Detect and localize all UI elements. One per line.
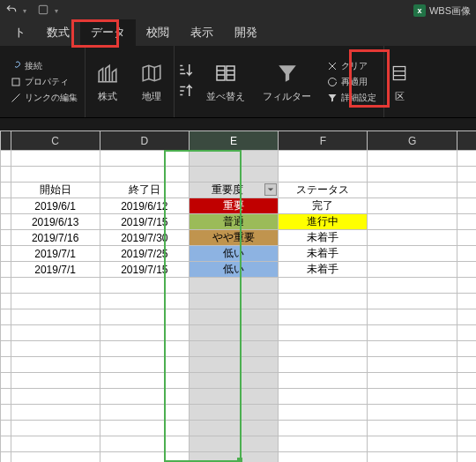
edit-links-button[interactable]: リンクの編集 <box>11 92 78 104</box>
svg-rect-1 <box>12 78 19 86</box>
col-header-f[interactable]: F <box>279 131 368 151</box>
save-icon[interactable] <box>37 4 49 18</box>
properties-button[interactable]: プロパティ <box>11 76 78 88</box>
cell-end[interactable]: 2019/6/12 <box>100 198 189 214</box>
reapply-label: 再適用 <box>341 76 368 88</box>
sort-icon <box>212 60 239 86</box>
table-row[interactable]: 2019/7/12019/7/15低い未着手 <box>1 262 477 278</box>
col-header-d[interactable]: D <box>100 131 189 151</box>
cell-priority[interactable]: 低い <box>189 246 278 262</box>
hdr-status: ステータス <box>279 183 368 198</box>
properties-icon <box>11 77 21 87</box>
connections-button[interactable]: 接続 <box>11 60 78 72</box>
filter-dropdown-button[interactable] <box>264 183 277 196</box>
cell-start[interactable]: 2019/7/1 <box>11 262 100 278</box>
cell-start[interactable]: 2019/6/13 <box>11 214 100 230</box>
title-bar: ▾ ▾ x WBS画像 <box>0 0 476 21</box>
link-icon <box>11 61 21 71</box>
cell-priority[interactable]: 重要 <box>189 198 278 214</box>
cell-status[interactable]: 未着手 <box>279 262 368 278</box>
connections-label: 接続 <box>25 60 42 72</box>
svg-rect-0 <box>39 5 47 13</box>
cell-end[interactable]: 2019/7/15 <box>100 262 189 278</box>
properties-label: プロパティ <box>25 76 69 88</box>
document-name: WBS画像 <box>429 4 471 18</box>
table-row[interactable]: 2019/6/132019/7/15普通進行中 <box>1 214 477 230</box>
cell-end[interactable]: 2019/7/15 <box>100 214 189 230</box>
cell-end[interactable]: 2019/7/25 <box>100 246 189 262</box>
edit-links-icon <box>11 93 21 103</box>
tab-view[interactable]: 表示 <box>180 19 224 46</box>
advanced-icon <box>327 93 338 103</box>
document-title: x WBS画像 <box>413 4 471 18</box>
partial-icon <box>386 60 413 86</box>
undo-icon[interactable] <box>5 4 18 18</box>
filter-label: フィルター <box>263 90 311 103</box>
svg-rect-2 <box>217 66 225 80</box>
geography-button[interactable]: 地理 <box>130 46 174 117</box>
reapply-button[interactable]: 再適用 <box>327 76 376 88</box>
svg-rect-4 <box>393 67 405 80</box>
corner-cell[interactable] <box>1 131 11 151</box>
hdr-start: 開始日 <box>11 183 100 198</box>
reapply-icon <box>327 77 338 87</box>
cell-status[interactable]: 未着手 <box>279 246 368 262</box>
sort-desc-icon[interactable] <box>178 83 194 102</box>
cell-status[interactable]: 未着手 <box>279 230 368 246</box>
cell-start[interactable]: 2019/7/1 <box>11 246 100 262</box>
cell-start[interactable]: 2019/7/16 <box>11 230 100 246</box>
geography-icon <box>138 60 165 86</box>
sort-label: 並べ替え <box>206 90 245 103</box>
tab-review[interactable]: 校閲 <box>136 19 180 46</box>
ribbon-body: 接続 プロパティ リンクの編集 株式 地理 並べ替え <box>0 46 476 118</box>
ribbon-tabs: ト 数式 データ 校閲 表示 開発 <box>0 21 476 46</box>
filter-options-group: クリア 再適用 詳細設定 <box>320 46 383 117</box>
cell-status[interactable]: 完了 <box>279 198 368 214</box>
col-header-c[interactable]: C <box>11 131 100 151</box>
stocks-icon <box>94 60 121 86</box>
tab-developer[interactable]: 開発 <box>224 19 268 46</box>
cell-end[interactable]: 2019/7/30 <box>100 230 189 246</box>
cell-priority[interactable]: 低い <box>189 262 278 278</box>
hdr-end: 終了日 <box>100 183 189 198</box>
col-header-g[interactable]: G <box>368 131 457 151</box>
svg-rect-3 <box>227 66 234 80</box>
partial-button[interactable]: 区 <box>384 46 414 117</box>
filter-button[interactable]: フィルター <box>254 46 320 117</box>
clear-label: クリア <box>341 60 368 72</box>
cell-priority[interactable]: 普通 <box>189 214 278 230</box>
sheet[interactable]: C D E F G H 開始日 終了日 重要度 ステータス 2019/6/120… <box>0 130 476 462</box>
cell-priority[interactable]: やや重要 <box>189 230 278 246</box>
filter-icon <box>274 60 301 86</box>
tab-data[interactable]: データ <box>80 19 136 46</box>
undo-chevron-icon[interactable]: ▾ <box>23 7 26 15</box>
connections-group: 接続 プロパティ リンクの編集 <box>4 46 86 117</box>
tab-0[interactable]: ト <box>4 19 36 46</box>
partial-label: 区 <box>395 90 405 103</box>
excel-badge-icon: x <box>413 4 426 17</box>
col-header-e[interactable]: E <box>189 131 278 151</box>
table-row[interactable]: 2019/7/162019/7/30やや重要未着手 <box>1 230 477 246</box>
hdr-priority: 重要度 <box>212 183 243 196</box>
edit-links-label: リンクの編集 <box>25 92 78 104</box>
stocks-label: 株式 <box>98 90 117 103</box>
cell-start[interactable]: 2019/6/1 <box>11 198 100 214</box>
geography-label: 地理 <box>142 90 161 103</box>
stocks-button[interactable]: 株式 <box>86 46 130 117</box>
save-chevron-icon[interactable]: ▾ <box>55 7 58 15</box>
sort-button[interactable]: 並べ替え <box>197 46 254 117</box>
table-row[interactable]: 2019/6/12019/6/12重要完了 <box>1 198 477 214</box>
table-row[interactable]: 2019/7/12019/7/25低い未着手 <box>1 246 477 262</box>
cell-status[interactable]: 進行中 <box>279 214 368 230</box>
sort-asc-icon[interactable] <box>178 62 194 81</box>
advanced-label: 詳細設定 <box>341 92 376 104</box>
col-header-h[interactable]: H <box>457 131 476 151</box>
advanced-button[interactable]: 詳細設定 <box>327 92 376 104</box>
tab-formulas[interactable]: 数式 <box>36 19 80 46</box>
clear-icon <box>327 61 338 71</box>
clear-button[interactable]: クリア <box>327 60 376 72</box>
